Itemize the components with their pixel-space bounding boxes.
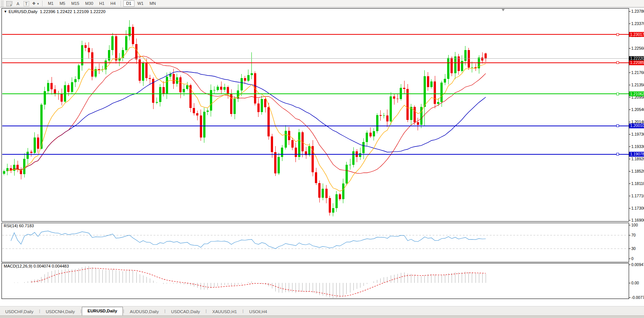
- price-axis-label: 1.20540: [631, 107, 644, 112]
- status-bar: [0, 315, 644, 318]
- price-axis-label: 1.16900: [631, 218, 644, 222]
- tab-usoil-h4[interactable]: USOil,H4: [244, 308, 272, 315]
- chart-canvas[interactable]: 1.237801.233701.229701.225601.221501.217…: [0, 0, 644, 318]
- svg-text:1.22085: 1.22085: [630, 60, 644, 65]
- svg-text:1.20010: 1.20010: [630, 123, 644, 128]
- price-axis-label: 1.17710: [631, 194, 644, 198]
- tab-usdchf-daily[interactable]: USDCHF,Daily: [0, 308, 38, 315]
- rsi-axis-label: 100: [631, 223, 638, 227]
- price-axis-label: 1.18920: [631, 157, 644, 161]
- chart-title-ohlc: 1.22396 1.22422 1.22109 1.22220: [40, 9, 106, 14]
- date-axis-row: [0, 299, 644, 306]
- macd-indicator-label: MACD(12,26,9) 0.004074 0.004483: [4, 264, 69, 268]
- price-axis-label: 1.23370: [631, 21, 644, 26]
- tab-eurusd-daily[interactable]: EURUSD,Daily: [82, 307, 123, 316]
- rsi-axis-label: 0: [631, 256, 634, 261]
- price-axis-label: 1.18110: [631, 181, 644, 186]
- symbol-tabbar: USDCHF,Daily|USDCNH,Daily|EURUSD,Daily|A…: [0, 306, 644, 315]
- rsi-indicator-label: RSI(14) 60.7183: [4, 223, 34, 228]
- macd-panel-series: [11, 266, 486, 298]
- price-axis-label: 1.21350: [631, 83, 644, 87]
- macd-signal-line: [31, 268, 486, 296]
- price-axis-label: 1.19730: [631, 132, 644, 136]
- svg-text:1.19078: 1.19078: [630, 152, 644, 156]
- chart-title: ▼EURUSD,Daily 1.22396 1.22422 1.22109 1.…: [4, 9, 106, 14]
- tab-xauusd-h1[interactable]: XAUUSD,H1: [207, 308, 242, 315]
- macd-axis-label: 0.009478: [631, 262, 644, 267]
- candlestick-series: [3, 20, 487, 216]
- svg-text:1.23017: 1.23017: [630, 32, 644, 37]
- price-axis-label: 1.18520: [631, 169, 644, 173]
- chart-shift-marker: [502, 9, 505, 11]
- rsi-axis-label: 30: [631, 246, 636, 251]
- rsi-axis-label: 70: [631, 233, 636, 237]
- tab-usdcad-daily[interactable]: USDCAD,Daily: [166, 308, 205, 315]
- tab-usdcnh-daily[interactable]: USDCNH,Daily: [40, 308, 80, 315]
- price-axis-label: 1.23780: [631, 9, 644, 13]
- tab-audusd-daily[interactable]: AUDUSD,Daily: [125, 308, 164, 315]
- rsi-panel-series: [2, 231, 629, 248]
- macd-axis-label: 0.00: [631, 281, 639, 285]
- mt4-window: F A T ❖ ▾ M1M5M15M30H1H4D1W1MN 1.237801.…: [0, 0, 644, 318]
- price-axis-label: 1.17300: [631, 206, 644, 210]
- svg-text:1.21062: 1.21062: [630, 92, 644, 96]
- rsi-line: [11, 231, 486, 248]
- price-axis-label: 1.19330: [631, 144, 644, 149]
- chart-title-symbol: EURUSD,Daily: [9, 9, 37, 14]
- collapse-arrow-icon[interactable]: ▼: [4, 10, 7, 13]
- price-axis-label: 1.22560: [631, 46, 644, 50]
- price-axis-label: 1.21760: [631, 70, 644, 75]
